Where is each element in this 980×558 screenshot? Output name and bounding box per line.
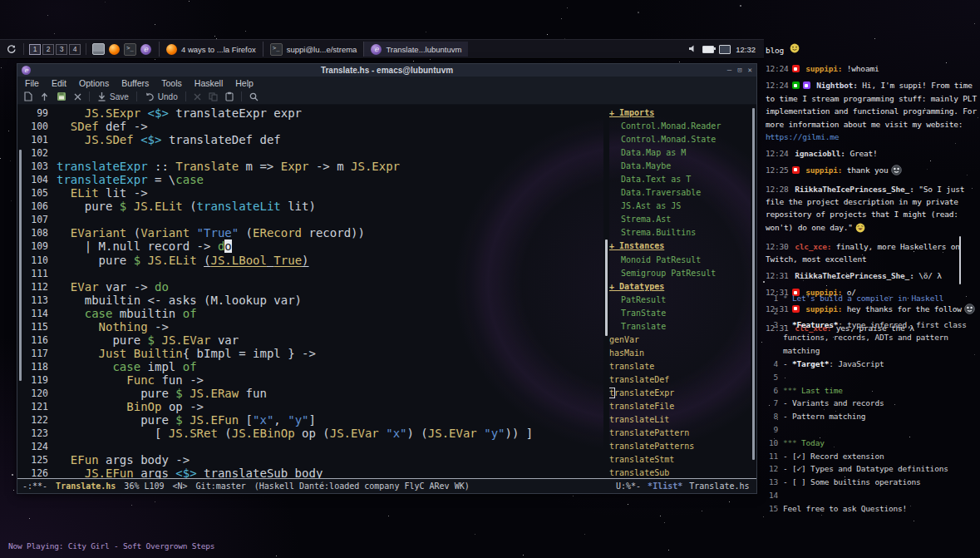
panel-item-translatefile[interactable]: translateFile (609, 400, 751, 413)
panel-item-data-map-as-m[interactable]: Data.Map as M (609, 146, 751, 160)
panel-item-translatelit[interactable]: translateLit (609, 413, 751, 427)
menu-buffers[interactable]: Buffers (121, 78, 149, 88)
chat-scrollbar-thumb[interactable] (959, 236, 961, 284)
panel-scrollbar-thumb[interactable] (605, 239, 608, 337)
save-file-icon[interactable] (57, 91, 66, 101)
panel-item-translate[interactable]: Translate (609, 320, 751, 333)
taskbar-task-firefox[interactable]: 4 ways to ...la Firefox (159, 42, 263, 57)
code-line[interactable]: 104translateExpr = \case (23, 173, 603, 186)
taskbar-clock[interactable]: 12:32 (736, 45, 756, 54)
code-line[interactable]: 120 pure $ JS.ERaw fun (23, 387, 603, 400)
chat-username[interactable]: clc_xce: (795, 242, 831, 251)
chat-username[interactable]: suppipi: (805, 64, 842, 73)
chat-username[interactable]: ignaciobll: (795, 149, 845, 158)
workspace-button-3[interactable]: 3 (56, 44, 67, 55)
menu-help[interactable]: Help (235, 78, 254, 88)
code-line[interactable]: 107 (23, 213, 603, 226)
chat-message[interactable]: 12:28 RiikkaTheIcePrincess_She_: "So I j… (766, 183, 978, 237)
code-line[interactable]: 113 mbuiltin <- asks (M.lookup var) (23, 294, 603, 307)
volume-icon[interactable] (688, 44, 697, 55)
panel-item-patresult[interactable]: PatResult (609, 294, 751, 307)
code-line[interactable]: 103translateExpr :: Translate m => Expr … (23, 160, 603, 173)
panel-item-hasmain[interactable]: hasMain (609, 347, 751, 360)
workspace-button-4[interactable]: 4 (69, 44, 81, 55)
workspace-button-1[interactable]: 1 (29, 44, 41, 55)
display-icon[interactable] (719, 45, 731, 54)
code-line[interactable]: 100 SDef def -> (23, 120, 603, 133)
chat-message[interactable]: 12:25 suppipi: thank you (766, 164, 978, 179)
code-line[interactable]: 114 case mbuiltin of (23, 307, 603, 320)
code-line[interactable]: 124 (23, 440, 603, 453)
panel-item-translatepatterns[interactable]: translatePatterns (609, 440, 751, 453)
chat-message[interactable]: 12:24 suppipi: !whoami (766, 62, 978, 75)
right-scrollbar-thumb[interactable] (752, 108, 755, 459)
kill-buffer-icon[interactable] (74, 93, 81, 101)
code-line[interactable]: 102 (23, 146, 603, 160)
code-line[interactable]: 116 pure $ JS.EVar var (23, 333, 603, 347)
code-line[interactable]: 111 (23, 267, 603, 280)
panel-item-strema-ast[interactable]: Strema.Ast (609, 213, 751, 226)
chat-username[interactable]: suppipi: (805, 165, 842, 175)
emacs-icon[interactable]: e (140, 43, 152, 56)
maximize-button[interactable]: ⊡ (737, 65, 741, 76)
file-manager-icon[interactable] (92, 43, 105, 56)
panel-item-control-monad-state[interactable]: Control.Monad.State (609, 133, 751, 146)
panel-item-translatepattern[interactable]: translatePattern (609, 427, 751, 440)
chat-username[interactable]: RiikkaTheIcePrincess_She_: (795, 271, 914, 280)
code-line[interactable]: 118 case impl of (23, 360, 603, 373)
panel-item-data-text-as-t[interactable]: Data.Text as T (609, 173, 751, 186)
panel-scrollbar[interactable] (603, 105, 609, 478)
menu-haskell[interactable]: Haskell (195, 78, 223, 88)
code-line[interactable]: 117 Just Builtin{ bImpl = impl } -> (23, 347, 603, 360)
panel-item-translatestmt[interactable]: translateStmt (609, 453, 751, 467)
panel-item--datatypes[interactable]: + Datatypes (609, 280, 751, 294)
window-right-scrollbar[interactable] (751, 105, 756, 478)
panel-item-genvar[interactable]: genVar (609, 333, 751, 347)
chat-link[interactable]: https://gilmi.me (766, 132, 839, 141)
chat-username[interactable]: Nightbot: (816, 81, 858, 90)
new-file-icon[interactable] (24, 91, 32, 101)
code-line[interactable]: 108 EVariant (Variant "True" (ERecord re… (23, 226, 603, 239)
panel-item-translateexpr[interactable]: translateExpr (609, 387, 751, 400)
start-menu-icon[interactable] (5, 43, 17, 56)
battery-icon[interactable] (702, 46, 714, 53)
panel-item-translatedef[interactable]: translateDef (609, 373, 751, 387)
code-scrollbar-thumb[interactable] (19, 150, 22, 381)
code-line[interactable]: 123 [ JS.SRet (JS.EBinOp op (JS.EVar "x"… (23, 427, 603, 440)
code-line[interactable]: 119 Func fun -> (23, 373, 603, 387)
workspace-button-2[interactable]: 2 (42, 44, 54, 55)
paste-icon[interactable] (225, 91, 234, 101)
emacs-titlebar[interactable]: e Translate.hs - emacs@lubuntuvm – ⊡ ✕ (17, 64, 756, 77)
undo-button[interactable]: Undo (145, 92, 178, 101)
code-line[interactable]: 112 EVar var -> do (23, 280, 603, 294)
panel-item-data-maybe[interactable]: Data.Maybe (609, 160, 751, 173)
panel-item-translatesub[interactable]: translateSub (609, 467, 751, 478)
code-line[interactable]: 101 JS.SDef <$> translateDef def (23, 133, 603, 146)
chat-message[interactable]: 12:30 clc_xce: finally, more Haskellers … (766, 240, 978, 266)
code-line[interactable]: 105 ELit lit -> (23, 186, 603, 200)
code-line[interactable]: 106 pure $ JS.ELit (translateLit lit) (23, 200, 603, 213)
panel-item-js-ast-as-js[interactable]: JS.Ast as JS (609, 200, 751, 213)
minimize-button[interactable]: – (727, 65, 731, 76)
chat-message[interactable]: 12:24 Nightbot: Hi, I'm suppi! From time… (766, 79, 978, 143)
search-icon[interactable] (249, 92, 259, 101)
code-line[interactable]: 115 Nothing -> (23, 320, 603, 333)
menu-tools[interactable]: Tools (161, 78, 182, 88)
code-line[interactable]: 126 JS.EFun args <$> translateSub body (23, 467, 603, 478)
taskbar-task-terminal[interactable]: >_ suppi@lu...e/strema (263, 42, 364, 57)
panel-item-transtate[interactable]: TranState (609, 307, 751, 320)
code-line[interactable]: 109 | M.null record -> do (23, 239, 603, 253)
terminal-icon[interactable]: >_ (124, 43, 136, 56)
panel-item--instances[interactable]: + Instances (609, 239, 751, 253)
chat-message[interactable]: 12:24 ignaciobll: Great! (766, 147, 978, 160)
chat-username[interactable]: RiikkaTheIcePrincess_She_: (795, 185, 914, 194)
chat-message[interactable]: 12:31 RiikkaTheIcePrincess_She_: \ö/ λ (766, 269, 978, 282)
imenu-list-panel[interactable]: 23+ ImportsControl.Monad.ReaderControl.M… (609, 105, 751, 478)
code-line[interactable]: 122 pure $ JS.EFun ["x", "y"] (23, 413, 603, 427)
code-line[interactable]: 125 EFun args body -> (23, 453, 603, 467)
menu-edit[interactable]: Edit (52, 78, 66, 88)
panel-item-translate[interactable]: translate (609, 360, 751, 373)
code-buffer[interactable]: 99 JS.SExpr <$> translateExpr expr100 SD… (23, 105, 603, 478)
code-line[interactable]: 99 JS.SExpr <$> translateExpr expr (23, 106, 603, 120)
panel-item-monoid-patresult[interactable]: Monoid PatResult (609, 254, 751, 267)
